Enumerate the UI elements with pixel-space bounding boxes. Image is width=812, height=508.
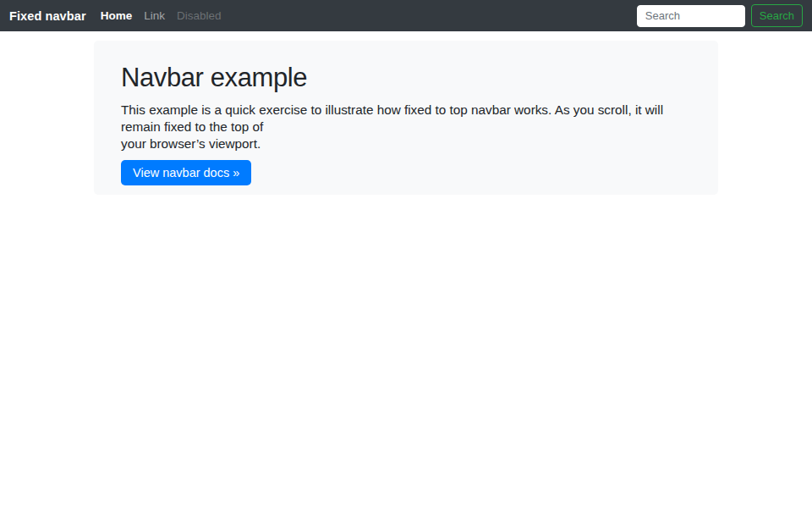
view-navbar-docs-button[interactable]: View navbar docs » — [121, 160, 251, 185]
hero-description-line1: This example is a quick exercise to illu… — [121, 102, 663, 134]
navbar-search-form: Search — [637, 4, 803, 27]
hero-description-line2: your browser’s viewport. — [121, 136, 261, 151]
nav-item-link[interactable]: Link — [138, 9, 171, 22]
hero-panel: Navbar example This example is a quick e… — [94, 41, 718, 195]
navbar-brand[interactable]: Fixed navbar — [9, 9, 86, 23]
search-input[interactable] — [637, 5, 745, 27]
top-navbar: Fixed navbar Home Link Disabled Search — [0, 0, 812, 31]
nav-item-disabled: Disabled — [171, 9, 228, 22]
navbar-nav: Home Link Disabled — [95, 9, 228, 22]
search-button[interactable]: Search — [751, 4, 803, 27]
hero-description: This example is a quick exercise to illu… — [121, 102, 691, 152]
page-title: Navbar example — [121, 62, 691, 93]
nav-item-home[interactable]: Home — [95, 9, 139, 22]
